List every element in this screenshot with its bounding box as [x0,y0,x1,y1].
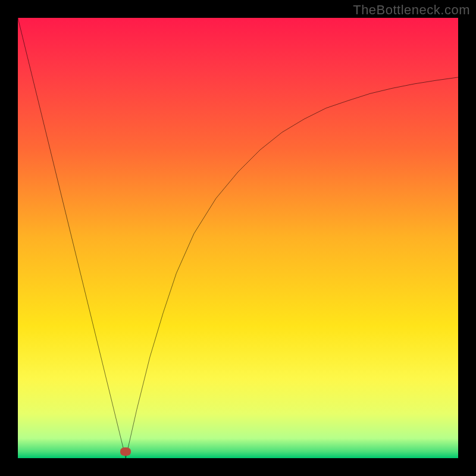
plot-area [18,18,458,458]
watermark-text: TheBottleneck.com [353,2,470,18]
bottleneck-curve [18,18,458,458]
optimal-point-marker [120,447,131,456]
curve-path [18,18,458,458]
chart-frame: TheBottleneck.com [0,0,476,476]
